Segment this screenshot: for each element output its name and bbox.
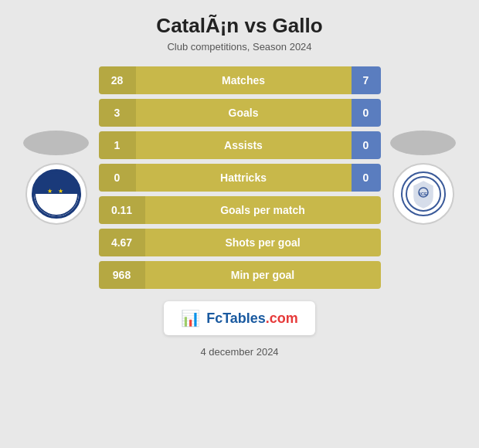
stat-right-hattricks: 0 <box>352 164 381 192</box>
stat-row-min-per-goal: 968 Min per goal <box>99 261 381 289</box>
left-team-logo: ★ ★ C.A.T <box>25 163 87 225</box>
right-logo-inner: ICE <box>401 171 446 216</box>
stats-area: 28 Matches 7 3 Goals 0 1 Assists 0 0 Hat… <box>99 66 381 289</box>
left-oval <box>23 131 89 155</box>
stat-label-goals: Goals <box>136 99 352 127</box>
stat-left-min-per-goal: 968 <box>99 261 145 289</box>
right-team-column: ICE <box>381 131 466 225</box>
right-oval <box>390 131 456 155</box>
svg-text:ICE: ICE <box>419 192 426 196</box>
content-row: ★ ★ C.A.T 28 Matches 7 3 Goals 0 <box>8 66 471 289</box>
date-footer: 4 december 2024 <box>200 346 278 358</box>
left-team-column: ★ ★ C.A.T <box>14 131 99 225</box>
page-wrapper: CatalÃ¡n vs Gallo Club competitions, Sea… <box>0 0 479 448</box>
stat-label-goals-per-match: Goals per match <box>145 196 381 224</box>
stat-left-matches: 28 <box>99 66 136 94</box>
stat-label-matches: Matches <box>136 66 352 94</box>
stat-left-goals: 3 <box>99 99 136 127</box>
fctables-banner[interactable]: 📊 FcTables.com <box>164 301 315 335</box>
right-team-logo: ICE <box>392 163 454 225</box>
stat-left-assists: 1 <box>99 131 136 159</box>
stat-right-matches: 7 <box>352 66 381 94</box>
cat-text: C.A.T <box>49 195 63 201</box>
stat-row-hattricks: 0 Hattricks 0 <box>99 164 381 192</box>
fctables-logo-text: FcTables.com <box>206 311 298 327</box>
stat-label-assists: Assists <box>136 131 352 159</box>
stat-row-goals-per-match: 0.11 Goals per match <box>99 196 381 224</box>
page-title: CatalÃ¡n vs Gallo <box>156 14 322 38</box>
cat-stars: ★ ★ <box>47 188 64 195</box>
stat-label-min-per-goal: Min per goal <box>145 261 381 289</box>
stat-row-shots-per-goal: 4.67 Shots per goal <box>99 229 381 256</box>
stat-row-assists: 1 Assists 0 <box>99 131 381 159</box>
cat-logo-inner: ★ ★ C.A.T <box>34 171 79 216</box>
right-team-badge-svg: ICE <box>405 175 442 212</box>
cat-logo: ★ ★ C.A.T <box>32 169 81 219</box>
stat-left-shots-per-goal: 4.67 <box>99 229 145 256</box>
stat-row-goals: 3 Goals 0 <box>99 99 381 127</box>
stat-row-matches: 28 Matches 7 <box>99 66 381 94</box>
stat-label-shots-per-goal: Shots per goal <box>145 229 381 256</box>
stat-right-assists: 0 <box>352 131 381 159</box>
stat-right-goals: 0 <box>352 99 381 127</box>
fctables-chart-icon: 📊 <box>181 309 200 328</box>
fctables-dot-com: .com <box>266 311 298 326</box>
stat-left-goals-per-match: 0.11 <box>99 196 145 224</box>
stat-label-hattricks: Hattricks <box>136 164 352 192</box>
stat-left-hattricks: 0 <box>99 164 136 192</box>
page-subtitle: Club competitions, Season 2024 <box>167 41 311 53</box>
